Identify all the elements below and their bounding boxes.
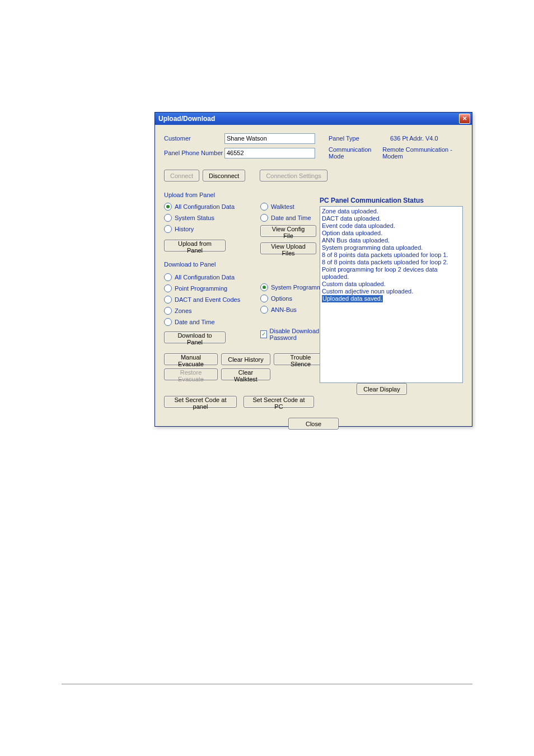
clear-history-button[interactable]: Clear History — [221, 353, 270, 365]
radio-icon — [164, 318, 172, 326]
status-line: ANN Bus data uploaded. — [322, 237, 461, 244]
radio-icon — [164, 203, 172, 211]
upload-download-dialog: Upload/Download ✕ Customer Panel Phone N… — [154, 112, 472, 427]
customer-input[interactable] — [224, 133, 315, 144]
comm-mode-value: Remote Communication - Modem — [382, 146, 463, 160]
download-option-zones[interactable]: Zones — [164, 306, 260, 316]
panel-type-value: 636 Pt Addr. V4.0 — [390, 135, 438, 142]
radio-icon — [164, 273, 172, 281]
status-line: Custom adjective noun uploaded. — [322, 288, 461, 295]
radio-icon — [260, 295, 268, 302]
phone-label: Panel Phone Number — [164, 150, 224, 156]
set-secret-code-panel-button[interactable]: Set Secret Code at panel — [164, 396, 237, 408]
close-icon[interactable]: ✕ — [459, 114, 470, 124]
set-secret-code-pc-button[interactable]: Set Secret Code at PC — [243, 396, 314, 408]
manual-evacuate-button[interactable]: Manual Evacuate — [164, 353, 218, 365]
disconnect-button[interactable]: Disconnect — [203, 170, 245, 181]
upload-option-date-time[interactable]: Date and Time — [260, 213, 321, 223]
upload-from-panel-button[interactable]: Upload from Panel — [164, 240, 226, 251]
radio-icon — [260, 214, 268, 222]
panel-type-label: Panel Type — [329, 135, 390, 142]
download-option-date-time[interactable]: Date and Time — [164, 317, 260, 327]
radio-icon — [260, 306, 268, 314]
status-line: Option data uploaded. — [322, 230, 461, 237]
footer-divider — [62, 684, 472, 684]
status-line: 8 of 8 points data packets uploaded for … — [322, 251, 461, 259]
radio-icon — [164, 225, 172, 233]
upload-option-system-status[interactable]: System Status — [164, 213, 260, 223]
view-config-file-button[interactable]: View Config File — [260, 225, 316, 237]
phone-input[interactable] — [224, 148, 315, 158]
clear-walktest-button[interactable]: Clear Walktest — [221, 368, 270, 380]
status-line: System programming data uploaded. — [322, 244, 461, 251]
status-line: Point programming for loop 2 devices dat… — [322, 266, 461, 281]
status-line-selected: Uploaded data saved. — [322, 295, 383, 302]
view-upload-files-button[interactable]: View Upload Files — [260, 242, 316, 254]
radio-icon — [164, 307, 172, 315]
status-line: Custom data uploaded. — [322, 281, 461, 288]
checkbox-icon: ✓ — [260, 330, 267, 338]
download-to-panel-button[interactable]: Download to Panel — [164, 332, 226, 343]
connect-button: Connect — [164, 170, 199, 181]
comm-status-title: PC Panel Communication Status — [320, 197, 463, 204]
clear-display-button[interactable]: Clear Display — [357, 383, 407, 395]
upload-option-history[interactable]: History — [164, 224, 260, 234]
titlebar: Upload/Download ✕ — [155, 113, 472, 125]
radio-icon — [164, 214, 172, 222]
upload-option-walktest[interactable]: Walktest — [260, 202, 321, 212]
radio-icon — [260, 283, 268, 291]
download-option-all-config[interactable]: All Configuration Data — [164, 272, 260, 282]
restore-evacuate-button: Restore Evacuate — [164, 368, 218, 380]
radio-icon — [164, 284, 172, 292]
comm-status-listbox[interactable]: Zone data uploaded. DACT data uploaded. … — [320, 206, 463, 383]
comm-mode-label: Communication Mode — [329, 146, 382, 160]
status-line: Zone data uploaded. — [322, 208, 461, 215]
close-button[interactable]: Close — [288, 418, 339, 430]
radio-icon — [164, 296, 172, 304]
upload-option-all-config[interactable]: All Configuration Data — [164, 202, 260, 212]
connection-settings-button: Connection Settings — [260, 170, 327, 181]
status-line: 8 of 8 points data packets uploaded for … — [322, 259, 461, 266]
window-title: Upload/Download — [158, 115, 215, 123]
radio-icon — [260, 203, 268, 211]
download-option-dact[interactable]: DACT and Event Codes — [164, 295, 260, 305]
comm-status-panel: PC Panel Communication Status Zone data … — [320, 197, 463, 383]
status-line: DACT data uploaded. — [322, 215, 461, 222]
status-line: Event code data uploaded. — [322, 222, 461, 230]
customer-label: Customer — [164, 135, 224, 142]
download-option-point-programming[interactable]: Point Programming — [164, 283, 260, 293]
